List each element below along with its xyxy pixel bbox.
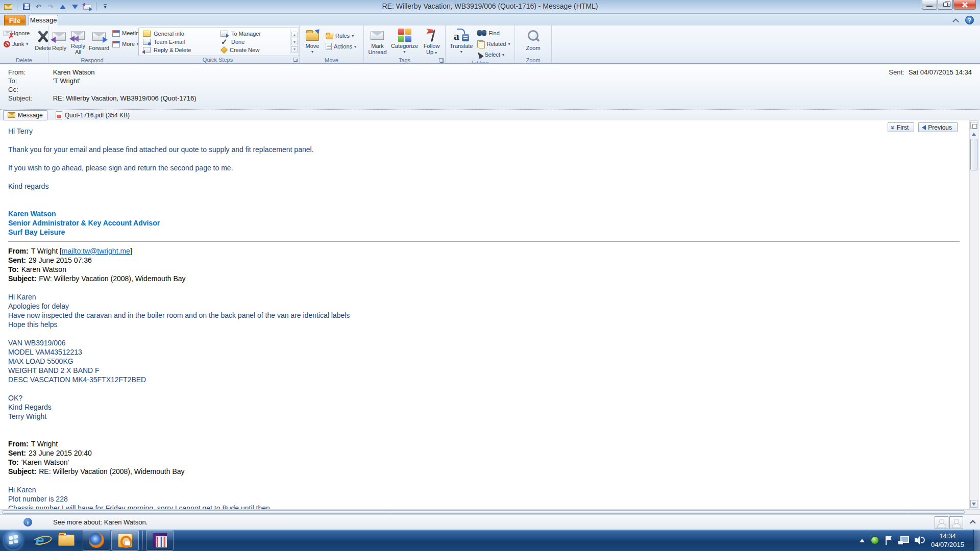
tab-file[interactable]: File (4, 15, 26, 26)
junk-button[interactable]: Junk▾ (2, 39, 31, 48)
mailto-link[interactable]: mailto:tw@twright.me (62, 247, 130, 255)
reply-all-icon (71, 31, 85, 40)
ribbon-group-editing: a Translate ▾ Find Related▾ Sele (446, 26, 515, 63)
split-pane-icon[interactable] (970, 122, 977, 129)
message-line: VAN WB3919/006 (8, 338, 960, 347)
internet-explorer-icon[interactable]: e (30, 530, 50, 550)
tab-message[interactable]: Message (29, 15, 58, 26)
quick-step-item[interactable]: Team E-mail (143, 38, 216, 46)
message-body: » First Previous Hi Terry Thank you for … (0, 120, 980, 509)
help-icon[interactable]: ? (965, 16, 974, 24)
network-icon[interactable] (898, 536, 909, 544)
taskbar-app-button[interactable] (146, 530, 174, 550)
message-line: DESC VASCATION MK4-35FTX12FT2BED (8, 375, 960, 384)
ignore-button[interactable]: ✗ Ignore (2, 29, 31, 38)
scroll-up-icon[interactable]: ▲ (291, 32, 298, 38)
message-line (8, 476, 960, 485)
message-view-tab[interactable]: Message (3, 110, 47, 120)
firefox-icon (89, 533, 104, 548)
show-hidden-icons-icon[interactable] (860, 539, 865, 542)
quick-step-item[interactable]: General info (143, 30, 216, 38)
mark-unread-button[interactable]: Mark Unread (366, 27, 389, 57)
minimize-icon (926, 6, 933, 7)
taskbar-clock[interactable]: 14:34 04/07/2015 (931, 532, 966, 549)
message-line: Chassis number I will have for Friday mo… (8, 504, 960, 509)
header-subject-row: Subject: RE: Willerby Vacation, WB3919/0… (8, 94, 196, 102)
forward-icon (92, 32, 106, 41)
scroll-down-icon[interactable]: ▼ (291, 39, 298, 45)
contact-avatar[interactable] (949, 516, 963, 529)
taskbar-firefox-button[interactable] (83, 530, 110, 550)
subject-value: RE: Willerby Vacation, WB3919/006 (Quot-… (53, 94, 197, 102)
tags-dialog-launcher-icon[interactable] (439, 58, 444, 63)
find-button[interactable]: Find (476, 29, 511, 38)
rules-button[interactable]: Rules▾ (324, 31, 358, 40)
select-button[interactable]: Select▾ (476, 50, 511, 59)
volume-icon[interactable] (915, 536, 925, 545)
minimize-button[interactable] (922, 0, 937, 10)
cc-label: Cc: (8, 86, 51, 93)
scrollbar-thumb[interactable] (970, 139, 977, 170)
close-button[interactable] (953, 0, 976, 10)
message-line (8, 384, 960, 393)
horizontal-scrollbar[interactable] (0, 509, 980, 514)
related-icon (477, 40, 484, 47)
to-label: To: (8, 77, 51, 85)
ribbon-group-quick-steps: General info Team E-mail Reply & Delete (136, 26, 300, 63)
move-folder-icon (306, 32, 319, 41)
taskbar-separator (142, 531, 143, 550)
zoom-button[interactable]: Zoom (523, 27, 544, 57)
quick-step-item[interactable]: Done (220, 38, 287, 46)
horizontal-scrollbar-thumb[interactable] (2, 510, 965, 514)
tray-status-icon[interactable] (871, 536, 879, 544)
move-button[interactable]: Move ▾ (302, 27, 323, 57)
taskbar-outlook-button[interactable] (111, 530, 139, 550)
categorize-button[interactable]: Categorize ▾ (390, 27, 419, 57)
actions-button[interactable]: Actions▾ (324, 42, 358, 51)
action-center-flag-icon[interactable] (885, 536, 892, 545)
forward-button[interactable]: Forward (88, 27, 110, 57)
message-line: Subject:RE: Willerby Vacation (2008), Wi… (8, 467, 960, 476)
related-button[interactable]: Related▾ (476, 39, 511, 48)
message-line (8, 191, 960, 200)
quick-steps-dialog-launcher-icon[interactable] (293, 58, 298, 62)
scroll-up-button[interactable] (970, 130, 977, 138)
subject-label: Subject: (8, 94, 51, 102)
sent-value: Sat 04/07/2015 14:34 (909, 68, 972, 76)
scroll-down-button[interactable] (970, 500, 977, 508)
window-controls (921, 0, 976, 10)
message-header-panel: From: Karen Watson To: 'T Wright' Cc: Su… (0, 63, 980, 109)
minimize-ribbon-icon[interactable] (952, 18, 960, 23)
reply-button[interactable]: Reply (51, 27, 68, 57)
show-desktop-button[interactable] (973, 530, 980, 551)
ribbon-empty-area (552, 26, 980, 63)
follow-up-button[interactable]: Follow Up ▾ (420, 27, 443, 57)
reply-all-button[interactable]: Reply All (69, 27, 87, 57)
gallery-more-icon[interactable]: ▼ (291, 46, 298, 53)
translate-icon: a (454, 29, 469, 42)
message-line (8, 154, 960, 163)
message-line: Kind Regards (8, 403, 960, 412)
attachment-name: Quot-1716.pdf (354 KB) (65, 112, 130, 119)
translate-button[interactable]: a Translate ▾ (448, 27, 475, 57)
quick-step-item[interactable]: Reply & Delete (143, 46, 216, 54)
contact-avatar[interactable] (935, 516, 948, 529)
windows-explorer-icon[interactable] (56, 530, 77, 550)
system-tray: 14:34 04/07/2015 (860, 530, 980, 551)
message-line: Hope this helps (8, 320, 960, 329)
ribbon-group-respond: Reply Reply All Forward Meeting (48, 26, 136, 63)
restore-button[interactable] (938, 0, 953, 10)
quick-steps-gallery: General info Team E-mail Reply & Delete (138, 28, 299, 56)
clock-date: 04/07/2015 (931, 540, 964, 549)
message-line: OK? (8, 393, 960, 403)
quick-step-item[interactable]: To Manager (220, 30, 287, 38)
vertical-scrollbar[interactable] (969, 120, 978, 509)
message-line: Apologies for delay (8, 302, 960, 311)
expand-people-pane-icon[interactable] (970, 520, 976, 524)
sent-label: Sent: (889, 68, 904, 76)
zoom-magnifier-icon (527, 30, 540, 43)
ribbon: ✗ Ignore Junk▾ Delete Delete (0, 26, 980, 63)
start-button[interactable] (4, 531, 22, 549)
quick-step-item[interactable]: Create New (220, 46, 287, 54)
attachment-item[interactable]: Quot-1716.pdf (354 KB) (52, 110, 134, 120)
